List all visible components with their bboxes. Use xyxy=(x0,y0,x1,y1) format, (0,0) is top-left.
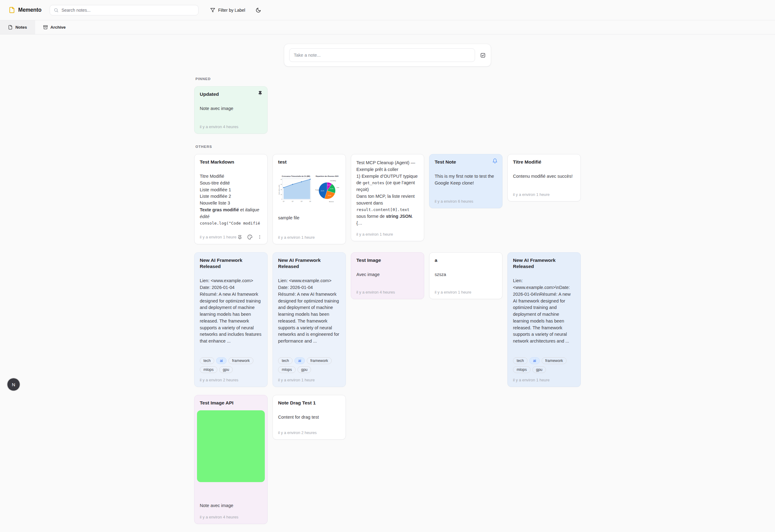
svg-text:Répartition des Revenus 2024: Répartition des Revenus 2024 xyxy=(316,175,338,177)
note-card-test-image[interactable]: Test Image Avec image il y a environ 4 h… xyxy=(351,252,424,299)
svg-text:0: 0 xyxy=(281,199,282,200)
user-avatar[interactable]: N xyxy=(7,378,20,391)
note-timestamp: il y a environ 1 heure xyxy=(278,378,340,382)
note-card-test-mcp-cleanup[interactable]: Test MCP Cleanup (Agent) — Exemple prêt … xyxy=(351,154,424,241)
tag-pill-framework: framework xyxy=(228,357,253,364)
others-section-label: OTHERS xyxy=(194,145,581,148)
note-title: Test Image xyxy=(356,257,419,263)
note-tags: techaiframeworkmlopsgpu xyxy=(513,357,575,373)
note-actions xyxy=(237,234,262,240)
note-composer[interactable] xyxy=(284,44,491,67)
note-card-a[interactable]: a szsza il y a environ 1 heure xyxy=(429,252,503,299)
svg-text:Q1: Q1 xyxy=(283,201,284,202)
tab-archive[interactable]: Archive xyxy=(35,20,74,34)
svg-text:Q4: Q4 xyxy=(309,201,311,202)
note-body: Lien: <www.example.com>\nDate: 2026-01-0… xyxy=(513,278,575,345)
svg-text:10.0%: 10.0% xyxy=(327,184,331,186)
note-title: Test Image API xyxy=(200,400,262,406)
tag-pill-gpu: gpu xyxy=(532,366,546,373)
search-input[interactable] xyxy=(61,8,194,13)
note-card-new-ai-framework-1[interactable]: New AI Framework Released Lien: <www.exa… xyxy=(194,252,267,387)
note-title: New AI Framework Released xyxy=(513,257,575,270)
note-title: New AI Framework Released xyxy=(200,257,262,270)
svg-text:20: 20 xyxy=(281,194,282,195)
tag-pill-tech: tech xyxy=(513,357,528,364)
kebab-menu-icon xyxy=(257,235,262,239)
note-title: New AI Framework Released xyxy=(278,257,340,270)
note-card-note-drag-test-1[interactable]: Note Drag Test 1 Content for drag test i… xyxy=(272,395,346,440)
tag-pill-mlops: mlops xyxy=(200,366,217,373)
note-title: Test Note xyxy=(435,159,497,165)
pinned-section-label: PINNED xyxy=(194,77,581,81)
note-body: Titre ModifiéSous-titre éditéListe modif… xyxy=(200,173,262,227)
note-card-test-image-api[interactable]: Test Image API Note avec image il y a en… xyxy=(194,395,267,524)
note-attachments: Croissance Trimestrielle du CA (M€) xyxy=(278,174,340,204)
note-card-test-markdown[interactable]: Test Markdown Titre ModifiéSous-titre éd… xyxy=(194,154,267,244)
tag-pill-ai: ai xyxy=(294,357,305,364)
pin-filled-icon[interactable] xyxy=(258,91,263,95)
reminder-bell-icon xyxy=(492,158,498,164)
tag-pill-mlops: mlops xyxy=(513,366,531,373)
svg-text:Q3: Q3 xyxy=(300,201,302,202)
note-body: Contenu modifié avec succès! xyxy=(513,173,575,180)
svg-text:20.0%: 20.0% xyxy=(330,188,333,189)
tag-pill-framework: framework xyxy=(542,357,567,364)
note-card-titre-modifie[interactable]: Titre Modifié Contenu modifié avec succè… xyxy=(508,154,581,201)
dark-mode-toggle[interactable] xyxy=(255,7,261,13)
note-tags: techaiframeworkmlopsgpu xyxy=(200,357,262,373)
note-title: Titre Modifié xyxy=(513,159,575,165)
palette-icon xyxy=(247,234,252,240)
svg-text:45.0%: 45.0% xyxy=(320,190,324,192)
color-palette-button[interactable] xyxy=(247,234,252,240)
note-card-new-ai-framework-3[interactable]: New AI Framework Released Lien: <www.exa… xyxy=(508,252,581,387)
note-body: Lien: <www.example.com>Date: 2026-01-04R… xyxy=(200,278,262,345)
note-title: test xyxy=(278,159,340,165)
note-file-icon xyxy=(8,25,13,30)
note-body: Lien: <www.example.com>Date: 2026-01-04R… xyxy=(278,278,340,345)
more-options-button[interactable] xyxy=(257,235,262,239)
tab-notes[interactable]: Notes xyxy=(0,20,35,34)
tag-pill-mlops: mlops xyxy=(278,366,296,373)
tag-pill-tech: tech xyxy=(200,357,214,364)
svg-text:80: 80 xyxy=(281,179,282,180)
note-tags: techaiframeworkmlopsgpu xyxy=(278,357,340,373)
app-title: Memento xyxy=(18,7,41,13)
note-timestamp: il y a environ 2 heures xyxy=(278,430,340,435)
note-body: szsza xyxy=(435,271,497,278)
new-checklist-button[interactable] xyxy=(480,52,486,58)
search-box[interactable] xyxy=(50,5,198,15)
moon-icon xyxy=(255,7,261,13)
svg-text:40: 40 xyxy=(281,189,282,190)
note-timestamp: il y a environ 1 heure xyxy=(278,235,340,240)
svg-text:Chiffre d'affaires (M€): Chiffre d'affaires (M€) xyxy=(279,185,280,195)
svg-text:25.0%: 25.0% xyxy=(328,195,331,196)
note-timestamp: il y a environ 2 heures xyxy=(200,378,262,382)
note-card-updated[interactable]: Updated Note avec image il y a environ 4… xyxy=(194,86,267,134)
take-a-note-input[interactable] xyxy=(289,48,475,62)
svg-text:Services: Services xyxy=(329,201,333,202)
note-body: Note avec image xyxy=(200,105,262,112)
note-card-test-note[interactable]: Test Note This is my first note to test … xyxy=(429,154,503,208)
tab-bar: Notes Archive xyxy=(0,20,775,35)
note-title: Note Drag Test 1 xyxy=(278,400,340,406)
pin-outline-icon xyxy=(237,235,242,240)
note-body: This is my first note to test the Google… xyxy=(435,173,497,187)
note-title: a xyxy=(435,257,497,263)
svg-text:Licences: Licences xyxy=(336,187,339,188)
svg-text:Croissance Trimestrielle du CA: Croissance Trimestrielle du CA (M€) xyxy=(282,175,310,177)
pin-note-button[interactable] xyxy=(237,235,242,240)
svg-text:Q2: Q2 xyxy=(292,201,293,202)
app-header: Memento Filter by Label xyxy=(0,0,775,20)
note-timestamp: il y a environ 4 heures xyxy=(356,290,419,294)
note-title: Test Markdown xyxy=(200,159,262,165)
note-timestamp: il y a environ 6 heures xyxy=(435,199,497,204)
filter-by-label-text: Filter by Label xyxy=(218,8,245,13)
note-card-test[interactable]: test Croissance Trimestrielle du CA (M€) xyxy=(272,154,346,244)
note-card-new-ai-framework-2[interactable]: New AI Framework Released Lien: <www.exa… xyxy=(272,252,346,387)
note-image-green xyxy=(197,410,265,482)
note-body: Note avec image xyxy=(200,502,262,509)
filter-by-label-button[interactable]: Filter by Label xyxy=(210,8,245,13)
note-timestamp: il y a environ 4 heures xyxy=(200,124,262,129)
app-logo: Memento xyxy=(9,7,41,13)
checkbox-icon xyxy=(480,52,486,58)
